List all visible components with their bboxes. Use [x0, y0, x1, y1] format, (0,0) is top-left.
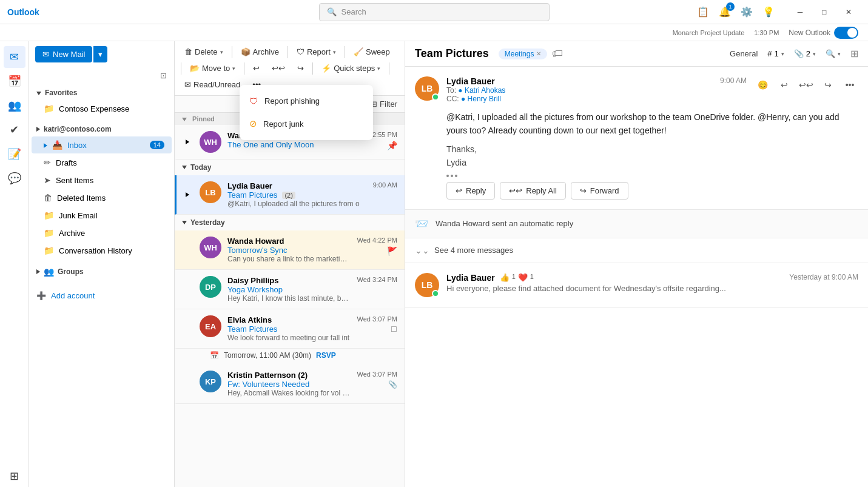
- email-item-kristin[interactable]: KP Kristin Patternson (2) Fw: Volunteers…: [175, 364, 405, 404]
- report-phishing-item[interactable]: 🛡 Report phishing: [240, 90, 373, 112]
- nav-teams-icon[interactable]: 💬: [4, 167, 25, 189]
- maximize-button[interactable]: □: [812, 3, 836, 21]
- expand-thread-btn-lydia[interactable]: [184, 181, 191, 208]
- account-header[interactable]: katri@contoso.com: [29, 123, 174, 136]
- msg-reply-btn[interactable]: ↩: [776, 76, 793, 93]
- reply-button-lydia[interactable]: ↩ Reply: [446, 182, 495, 200]
- meetings-tag-close-button[interactable]: ✕: [536, 50, 541, 57]
- thread-title: Team Pictures: [415, 47, 489, 60]
- report-junk-item[interactable]: ⊘ Report junk: [240, 112, 373, 135]
- sidebar-item-sent[interactable]: ➤ Sent Items: [32, 172, 172, 189]
- groups-header[interactable]: 👥 Groups: [29, 264, 174, 279]
- email-item-wanda-sync[interactable]: WH Wanda Howard Tomorrow's Sync Can you …: [175, 230, 405, 270]
- sidebar-item-junk[interactable]: 📁 Junk Email: [32, 207, 172, 224]
- new-mail-button[interactable]: ✉ New Mail: [35, 46, 92, 62]
- zoom-chevron-icon: ▾: [838, 51, 841, 57]
- avatar-daisy: DP: [200, 276, 221, 298]
- popout-icon[interactable]: ⊞: [850, 48, 858, 59]
- today-group-header[interactable]: Today: [175, 160, 405, 175]
- filter-button[interactable]: ⊞ Filter: [371, 99, 397, 109]
- email-content-lydia: Lydia Bauer Team Pictures (2) @Katri, I …: [227, 181, 367, 208]
- forward-button-lydia[interactable]: ↪ Forward: [571, 182, 628, 200]
- new-mail-dropdown-button[interactable]: ▾: [93, 46, 107, 62]
- email-subject-wanda-sync: Tomorrow's Sync: [227, 246, 351, 255]
- quick-steps-label: Quick steps: [334, 64, 375, 73]
- nav-tasks-icon[interactable]: ✔: [4, 119, 25, 141]
- sidebar-item-contoso-expense[interactable]: 📁 Contoso Expensese: [32, 100, 172, 117]
- email-item-daisy[interactable]: DP Daisy Phillips Yoga Workshop Hey Katr…: [175, 270, 405, 309]
- bell-icon[interactable]: 🔔 1: [718, 5, 732, 19]
- move-to-button[interactable]: 📂 Move to ▾: [185, 61, 240, 75]
- new-outlook-toggle[interactable]: New Outlook: [789, 27, 858, 39]
- sweep-button[interactable]: 🧹 Sweep: [349, 45, 395, 59]
- add-account-button[interactable]: ➕ Add account: [29, 286, 174, 305]
- sidebar-item-conversation-history[interactable]: 📁 Conversation History: [32, 242, 172, 259]
- archive-btn-icon: 📦: [241, 47, 251, 56]
- quick-steps-icon: ⚡: [321, 64, 331, 73]
- forward-button[interactable]: ↪: [292, 61, 309, 75]
- window-controls: ─ □ ✕: [788, 3, 861, 21]
- quick-steps-button[interactable]: ⚡ Quick steps ▾: [317, 61, 385, 75]
- yesterday-group-header[interactable]: Yesterday: [175, 215, 405, 230]
- email-content-elvia: Elvia Atkins Team Pictures We look forwa…: [227, 315, 351, 342]
- report-button[interactable]: 🛡 Report ▾: [292, 45, 341, 59]
- reading-pane-body: LB Lydia Bauer To: ● Katri Ahokas CC: ● …: [405, 67, 868, 487]
- forward-label-lydia: Forward: [590, 186, 619, 195]
- new-outlook-switch[interactable]: [834, 27, 858, 39]
- email-item-elvia[interactable]: EA Elvia Atkins Team Pictures We look fo…: [175, 309, 405, 349]
- reply-icon-lydia: ↩: [456, 186, 462, 195]
- sidebar-item-archive[interactable]: 📁 Archive: [32, 224, 172, 241]
- favorites-section: Favorites 📁 Contoso Expensese: [29, 84, 174, 120]
- msg-forward-btn[interactable]: ↪: [819, 76, 836, 93]
- search-input[interactable]: 🔍 Search: [319, 3, 550, 21]
- email-sender-daisy: Daisy Phillips: [227, 276, 351, 285]
- msg-reply-all-btn[interactable]: ↩↩: [798, 76, 815, 93]
- archive-button[interactable]: 📦 Archive: [236, 45, 284, 59]
- nav-contacts-icon[interactable]: 👥: [4, 95, 25, 116]
- lightbulb-icon[interactable]: 💡: [761, 5, 776, 19]
- msg-reply-buttons-lydia: ↩ Reply ↩↩ Reply All ↪ Forward: [415, 177, 858, 200]
- message-card-lydia-mini[interactable]: LB Lydia Bauer 👍 1 ❤️ 1 Hi everyone, ple…: [405, 263, 868, 307]
- close-button[interactable]: ✕: [836, 3, 861, 21]
- sweep-label: Sweep: [366, 47, 390, 56]
- nav-mail-icon[interactable]: ✉: [4, 46, 25, 68]
- meetings-tag-label: Meetings: [505, 50, 534, 58]
- zoom-control[interactable]: 🔍 ▾: [826, 49, 841, 58]
- email-item-lydia[interactable]: LB Lydia Bauer Team Pictures (2) @Katri,…: [175, 175, 405, 215]
- nav-apps-icon[interactable]: ⊞: [4, 465, 25, 487]
- read-icon: ✉: [184, 80, 191, 89]
- rsvp-button[interactable]: RSVP: [316, 351, 336, 360]
- see-more-row[interactable]: ⌄⌄ See 4 more messages: [405, 238, 868, 263]
- deleted-label: Deleted Items: [57, 193, 164, 203]
- reply-button[interactable]: ↩: [248, 61, 264, 75]
- read-unread-button[interactable]: ✉ Read/Unread: [180, 78, 245, 92]
- sidebar-item-drafts[interactable]: ✏ Drafts: [32, 154, 172, 171]
- reply-all-button-lydia[interactable]: ↩↩ Reply All: [500, 182, 566, 200]
- nav-notes-icon[interactable]: 📝: [4, 143, 25, 165]
- email-subject-lydia: Team Pictures: [227, 190, 277, 200]
- inbox-icon: 📥: [52, 140, 62, 150]
- email-preview-elvia: We look forward to meeting our fall int: [227, 334, 351, 342]
- msg-more-btn[interactable]: •••: [841, 76, 858, 93]
- nav-calendar-icon[interactable]: 📅: [4, 70, 25, 92]
- settings-icon[interactable]: ⚙️: [739, 5, 754, 19]
- emoji-reaction-button[interactable]: 😊: [754, 76, 771, 93]
- junk-label: Junk Email: [59, 211, 164, 220]
- archive-label: Archive: [59, 229, 164, 238]
- clipboard-icon[interactable]: 📋: [696, 5, 710, 19]
- pinned-chevron-icon: [182, 118, 187, 121]
- favorites-header[interactable]: Favorites: [29, 86, 174, 99]
- sidebar-item-deleted[interactable]: 🗑 Deleted Items: [32, 189, 172, 206]
- reading-pane: Team Pictures Meetings ✕ 🏷 General # 1 ▾…: [405, 41, 868, 487]
- sidebar-item-inbox[interactable]: 📥 Inbox 14: [32, 136, 172, 153]
- delete-button[interactable]: 🗑 Delete ▾: [180, 45, 228, 59]
- expand-thread-btn[interactable]: [184, 131, 191, 153]
- search-container[interactable]: 🔍 Search: [319, 3, 550, 21]
- toolbar-separator-6: [312, 62, 313, 75]
- reply-all-button[interactable]: ↩↩: [267, 61, 290, 75]
- delete-btn-group: 🗑 Delete ▾: [180, 45, 228, 59]
- save-tag-icon[interactable]: 🏷: [552, 47, 563, 60]
- archive-label: Archive: [253, 47, 279, 56]
- sidebar-expand-button[interactable]: ⊡: [158, 69, 169, 82]
- minimize-button[interactable]: ─: [788, 3, 812, 21]
